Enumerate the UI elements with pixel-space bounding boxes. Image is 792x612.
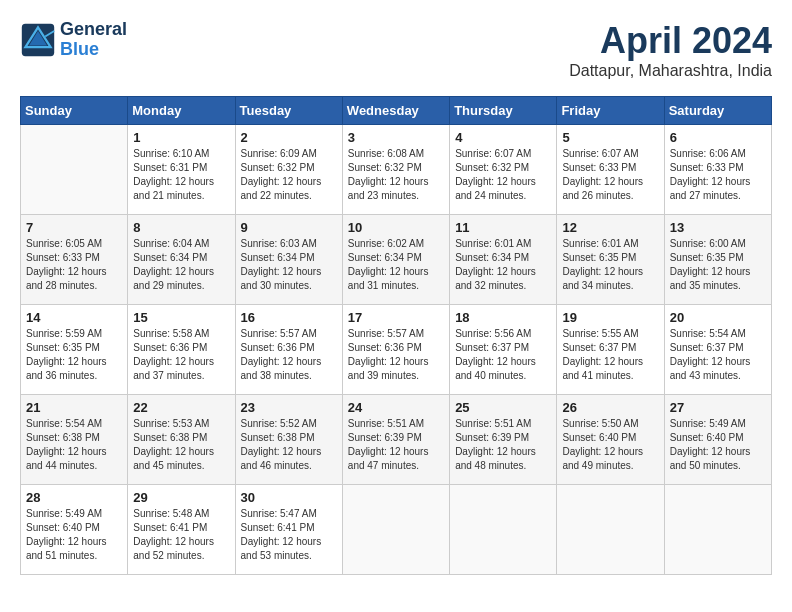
weekday-header-sunday: Sunday (21, 97, 128, 125)
day-info: Sunrise: 5:49 AM Sunset: 6:40 PM Dayligh… (26, 507, 122, 563)
day-number: 3 (348, 130, 444, 145)
calendar-cell (664, 485, 771, 575)
day-info: Sunrise: 6:04 AM Sunset: 6:34 PM Dayligh… (133, 237, 229, 293)
calendar-cell: 2Sunrise: 6:09 AM Sunset: 6:32 PM Daylig… (235, 125, 342, 215)
day-info: Sunrise: 6:07 AM Sunset: 6:33 PM Dayligh… (562, 147, 658, 203)
day-info: Sunrise: 5:48 AM Sunset: 6:41 PM Dayligh… (133, 507, 229, 563)
location: Dattapur, Maharashtra, India (569, 62, 772, 80)
weekday-header-thursday: Thursday (450, 97, 557, 125)
calendar-table: SundayMondayTuesdayWednesdayThursdayFrid… (20, 96, 772, 575)
day-number: 28 (26, 490, 122, 505)
day-info: Sunrise: 6:10 AM Sunset: 6:31 PM Dayligh… (133, 147, 229, 203)
weekday-header-friday: Friday (557, 97, 664, 125)
day-number: 11 (455, 220, 551, 235)
title-block: April 2024 Dattapur, Maharashtra, India (569, 20, 772, 80)
logo-text: General Blue (60, 20, 127, 60)
day-info: Sunrise: 5:51 AM Sunset: 6:39 PM Dayligh… (455, 417, 551, 473)
calendar-cell: 23Sunrise: 5:52 AM Sunset: 6:38 PM Dayli… (235, 395, 342, 485)
calendar-week-row: 14Sunrise: 5:59 AM Sunset: 6:35 PM Dayli… (21, 305, 772, 395)
day-info: Sunrise: 5:57 AM Sunset: 6:36 PM Dayligh… (241, 327, 337, 383)
calendar-cell: 26Sunrise: 5:50 AM Sunset: 6:40 PM Dayli… (557, 395, 664, 485)
calendar-week-row: 7Sunrise: 6:05 AM Sunset: 6:33 PM Daylig… (21, 215, 772, 305)
day-info: Sunrise: 5:53 AM Sunset: 6:38 PM Dayligh… (133, 417, 229, 473)
calendar-cell: 16Sunrise: 5:57 AM Sunset: 6:36 PM Dayli… (235, 305, 342, 395)
calendar-week-row: 1Sunrise: 6:10 AM Sunset: 6:31 PM Daylig… (21, 125, 772, 215)
day-number: 5 (562, 130, 658, 145)
day-info: Sunrise: 6:05 AM Sunset: 6:33 PM Dayligh… (26, 237, 122, 293)
day-number: 23 (241, 400, 337, 415)
day-number: 6 (670, 130, 766, 145)
calendar-cell (557, 485, 664, 575)
day-info: Sunrise: 5:52 AM Sunset: 6:38 PM Dayligh… (241, 417, 337, 473)
day-number: 16 (241, 310, 337, 325)
day-number: 13 (670, 220, 766, 235)
calendar-cell: 10Sunrise: 6:02 AM Sunset: 6:34 PM Dayli… (342, 215, 449, 305)
day-info: Sunrise: 5:49 AM Sunset: 6:40 PM Dayligh… (670, 417, 766, 473)
day-number: 10 (348, 220, 444, 235)
calendar-cell: 6Sunrise: 6:06 AM Sunset: 6:33 PM Daylig… (664, 125, 771, 215)
day-info: Sunrise: 5:47 AM Sunset: 6:41 PM Dayligh… (241, 507, 337, 563)
day-number: 18 (455, 310, 551, 325)
day-number: 2 (241, 130, 337, 145)
month-title: April 2024 (569, 20, 772, 62)
calendar-cell: 17Sunrise: 5:57 AM Sunset: 6:36 PM Dayli… (342, 305, 449, 395)
calendar-cell: 15Sunrise: 5:58 AM Sunset: 6:36 PM Dayli… (128, 305, 235, 395)
day-info: Sunrise: 6:02 AM Sunset: 6:34 PM Dayligh… (348, 237, 444, 293)
day-number: 12 (562, 220, 658, 235)
day-number: 8 (133, 220, 229, 235)
weekday-header-monday: Monday (128, 97, 235, 125)
day-info: Sunrise: 6:01 AM Sunset: 6:34 PM Dayligh… (455, 237, 551, 293)
day-number: 25 (455, 400, 551, 415)
day-number: 9 (241, 220, 337, 235)
calendar-cell: 7Sunrise: 6:05 AM Sunset: 6:33 PM Daylig… (21, 215, 128, 305)
weekday-header-tuesday: Tuesday (235, 97, 342, 125)
day-info: Sunrise: 5:54 AM Sunset: 6:38 PM Dayligh… (26, 417, 122, 473)
calendar-cell: 13Sunrise: 6:00 AM Sunset: 6:35 PM Dayli… (664, 215, 771, 305)
day-number: 7 (26, 220, 122, 235)
day-info: Sunrise: 6:06 AM Sunset: 6:33 PM Dayligh… (670, 147, 766, 203)
day-info: Sunrise: 5:59 AM Sunset: 6:35 PM Dayligh… (26, 327, 122, 383)
day-number: 17 (348, 310, 444, 325)
calendar-cell (21, 125, 128, 215)
day-number: 26 (562, 400, 658, 415)
calendar-cell: 19Sunrise: 5:55 AM Sunset: 6:37 PM Dayli… (557, 305, 664, 395)
calendar-cell: 30Sunrise: 5:47 AM Sunset: 6:41 PM Dayli… (235, 485, 342, 575)
calendar-cell: 12Sunrise: 6:01 AM Sunset: 6:35 PM Dayli… (557, 215, 664, 305)
day-number: 14 (26, 310, 122, 325)
day-info: Sunrise: 6:00 AM Sunset: 6:35 PM Dayligh… (670, 237, 766, 293)
weekday-header-saturday: Saturday (664, 97, 771, 125)
day-info: Sunrise: 6:08 AM Sunset: 6:32 PM Dayligh… (348, 147, 444, 203)
day-info: Sunrise: 5:51 AM Sunset: 6:39 PM Dayligh… (348, 417, 444, 473)
day-info: Sunrise: 5:54 AM Sunset: 6:37 PM Dayligh… (670, 327, 766, 383)
calendar-cell: 11Sunrise: 6:01 AM Sunset: 6:34 PM Dayli… (450, 215, 557, 305)
day-info: Sunrise: 6:01 AM Sunset: 6:35 PM Dayligh… (562, 237, 658, 293)
calendar-cell: 29Sunrise: 5:48 AM Sunset: 6:41 PM Dayli… (128, 485, 235, 575)
weekday-header-wednesday: Wednesday (342, 97, 449, 125)
calendar-cell (342, 485, 449, 575)
day-info: Sunrise: 5:57 AM Sunset: 6:36 PM Dayligh… (348, 327, 444, 383)
calendar-cell: 14Sunrise: 5:59 AM Sunset: 6:35 PM Dayli… (21, 305, 128, 395)
calendar-week-row: 28Sunrise: 5:49 AM Sunset: 6:40 PM Dayli… (21, 485, 772, 575)
calendar-cell: 22Sunrise: 5:53 AM Sunset: 6:38 PM Dayli… (128, 395, 235, 485)
day-info: Sunrise: 5:50 AM Sunset: 6:40 PM Dayligh… (562, 417, 658, 473)
day-number: 27 (670, 400, 766, 415)
page-header: General Blue April 2024 Dattapur, Mahara… (20, 20, 772, 80)
calendar-cell: 9Sunrise: 6:03 AM Sunset: 6:34 PM Daylig… (235, 215, 342, 305)
logo-icon (20, 22, 56, 58)
day-info: Sunrise: 5:56 AM Sunset: 6:37 PM Dayligh… (455, 327, 551, 383)
calendar-cell: 21Sunrise: 5:54 AM Sunset: 6:38 PM Dayli… (21, 395, 128, 485)
calendar-cell: 8Sunrise: 6:04 AM Sunset: 6:34 PM Daylig… (128, 215, 235, 305)
weekday-header-row: SundayMondayTuesdayWednesdayThursdayFrid… (21, 97, 772, 125)
day-number: 22 (133, 400, 229, 415)
calendar-week-row: 21Sunrise: 5:54 AM Sunset: 6:38 PM Dayli… (21, 395, 772, 485)
day-number: 15 (133, 310, 229, 325)
day-number: 24 (348, 400, 444, 415)
calendar-cell: 4Sunrise: 6:07 AM Sunset: 6:32 PM Daylig… (450, 125, 557, 215)
day-info: Sunrise: 6:03 AM Sunset: 6:34 PM Dayligh… (241, 237, 337, 293)
calendar-cell: 24Sunrise: 5:51 AM Sunset: 6:39 PM Dayli… (342, 395, 449, 485)
day-number: 21 (26, 400, 122, 415)
calendar-cell: 3Sunrise: 6:08 AM Sunset: 6:32 PM Daylig… (342, 125, 449, 215)
day-number: 1 (133, 130, 229, 145)
day-info: Sunrise: 6:07 AM Sunset: 6:32 PM Dayligh… (455, 147, 551, 203)
day-number: 30 (241, 490, 337, 505)
